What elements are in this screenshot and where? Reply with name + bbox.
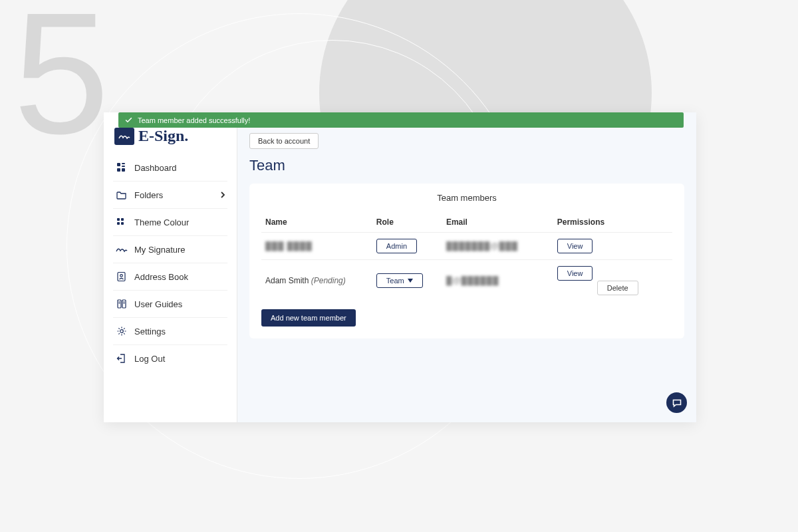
sidebar-item-my-signature[interactable]: My Signature — [113, 236, 227, 263]
delete-button[interactable]: Delete — [597, 281, 638, 295]
team-members-table: Name Role Email Permissions ███ ████ Adm… — [261, 212, 672, 301]
svg-rect-12 — [122, 300, 126, 308]
sidebar-item-label: Dashboard — [134, 163, 177, 173]
svg-rect-2 — [122, 166, 125, 167]
sidebar-item-label: User Guides — [134, 299, 182, 309]
role-badge[interactable]: Admin — [376, 239, 417, 253]
view-button[interactable]: View — [557, 239, 593, 253]
back-to-account-button[interactable]: Back to account — [249, 133, 319, 149]
sidebar-item-label: Log Out — [134, 354, 165, 364]
svg-rect-1 — [122, 163, 125, 164]
role-dropdown[interactable]: Team — [376, 273, 423, 288]
column-header-role: Role — [372, 212, 442, 233]
sidebar-nav: Dashboard Folders Theme Colour — [104, 154, 237, 372]
sidebar: E-Sign. Dashboard Folders — [104, 112, 237, 422]
svg-rect-5 — [117, 218, 120, 221]
member-name: Adam Smith (Pending) — [261, 260, 372, 302]
card-title: Team members — [261, 193, 672, 203]
svg-point-10 — [120, 275, 123, 277]
column-header-email: Email — [442, 212, 553, 233]
sidebar-item-label: My Signature — [134, 245, 186, 255]
logo-badge-icon — [114, 128, 134, 145]
success-banner: Team member added successfully! — [118, 112, 684, 128]
addressbook-icon — [116, 271, 128, 283]
svg-rect-6 — [121, 218, 124, 221]
success-message: Team member added successfully! — [138, 116, 250, 124]
signature-icon — [116, 243, 128, 255]
check-icon — [124, 116, 133, 124]
member-role: Team — [372, 260, 442, 302]
table-row: Adam Smith (Pending) Team █@██████ View — [261, 260, 672, 302]
sidebar-item-label: Theme Colour — [134, 217, 189, 227]
table-row: ███ ████ Admin ███████@███ View — [261, 233, 672, 260]
sidebar-item-log-out[interactable]: Log Out — [113, 345, 227, 372]
sidebar-item-label: Folders — [134, 190, 163, 200]
caret-down-icon — [408, 279, 413, 283]
column-header-name: Name — [261, 212, 372, 233]
palette-icon — [116, 216, 128, 228]
sidebar-item-settings[interactable]: Settings — [113, 318, 227, 345]
add-team-member-button[interactable]: Add new team member — [261, 309, 356, 327]
sidebar-item-address-book[interactable]: Address Book — [113, 263, 227, 291]
svg-point-17 — [120, 330, 124, 333]
chevron-right-icon — [219, 190, 226, 200]
member-email: ███████@███ — [442, 233, 553, 260]
guides-icon — [116, 298, 128, 310]
sidebar-item-label: Address Book — [134, 272, 188, 282]
member-name: ███ ████ — [261, 233, 372, 260]
sidebar-item-dashboard[interactable]: Dashboard — [113, 154, 227, 182]
svg-rect-7 — [117, 222, 120, 225]
member-permissions: View Delete — [553, 260, 672, 302]
folder-icon — [116, 189, 128, 201]
sidebar-item-folders[interactable]: Folders — [113, 182, 227, 209]
svg-rect-11 — [118, 300, 121, 308]
logo-text: E-Sign. — [138, 127, 188, 145]
svg-rect-0 — [117, 163, 120, 166]
sidebar-item-user-guides[interactable]: User Guides — [113, 291, 227, 318]
svg-rect-4 — [122, 168, 125, 172]
team-members-card: Team members Name Role Email Permissions… — [249, 184, 684, 338]
page-title: Team — [249, 157, 684, 174]
sidebar-item-theme-colour[interactable]: Theme Colour — [113, 209, 227, 236]
main-content: Back to account Team Team members Name R… — [237, 112, 696, 422]
logo: E-Sign. — [104, 127, 237, 154]
member-email: █@██████ — [442, 260, 553, 302]
column-header-permissions: Permissions — [553, 212, 672, 233]
logout-icon — [116, 352, 128, 364]
dashboard-icon — [116, 162, 128, 174]
member-role: Admin — [372, 233, 442, 260]
svg-rect-3 — [117, 168, 120, 172]
pending-label: (Pending) — [311, 276, 346, 285]
chat-icon — [672, 398, 682, 408]
svg-marker-18 — [408, 279, 413, 283]
sidebar-item-label: Settings — [134, 327, 166, 336]
view-button[interactable]: View — [557, 266, 593, 281]
chat-button[interactable] — [666, 392, 687, 413]
member-permissions: View — [553, 233, 672, 260]
svg-rect-8 — [121, 222, 124, 225]
gear-icon — [116, 325, 128, 337]
app-window: E-Sign. Dashboard Folders — [104, 112, 696, 422]
